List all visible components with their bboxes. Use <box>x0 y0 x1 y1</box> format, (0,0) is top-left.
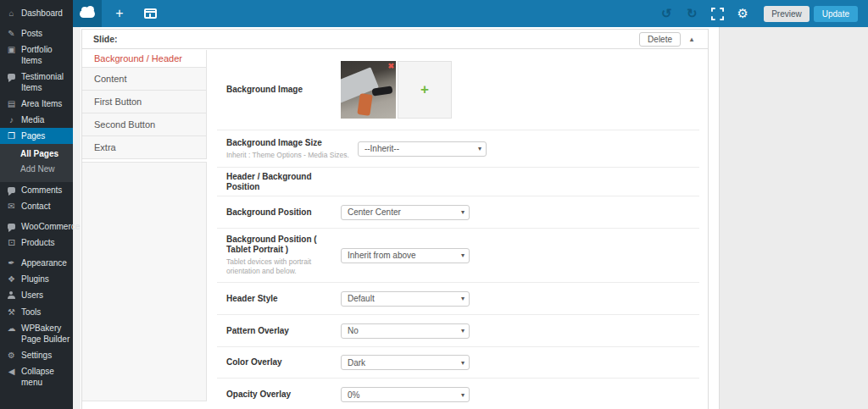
sidebar-item-area-items[interactable]: ▤ Area Items <box>0 96 73 112</box>
sidebar-item-label: Appearance <box>21 257 71 268</box>
gear-icon[interactable]: ⚙ <box>730 6 755 21</box>
tab-content[interactable]: Content <box>82 68 207 91</box>
field-background-position-tablet: Background Position ( Tablet Portrait ) … <box>217 229 699 283</box>
background-position-select[interactable]: Center Center ▾ <box>341 205 470 220</box>
tab-background-header[interactable]: Background / Header <box>82 50 207 68</box>
field-label-block: Color Overlay <box>226 357 341 368</box>
sidebar-item-settings[interactable]: ⚙ Settings <box>0 347 73 363</box>
field-color-overlay: Color Overlay Dark ▾ <box>217 347 699 379</box>
sidebar-item-media[interactable]: ♪ Media <box>0 112 73 128</box>
add-image-box[interactable]: + <box>398 61 452 119</box>
sidebar-item-users[interactable]: Users <box>0 287 73 304</box>
field-label-block: Header / Background Position <box>226 172 341 192</box>
background-position-tablet-select[interactable]: Inherit from above ▾ <box>341 248 470 263</box>
sidebar-item-label: Dashboard <box>21 8 71 19</box>
sidebar-item-label: Posts <box>21 28 71 39</box>
remove-image-icon[interactable]: ✖ <box>387 62 394 70</box>
sidebar-item-pages[interactable]: ❐ Pages <box>0 128 73 144</box>
sidebar-item-appearance[interactable]: ✒ Appearance <box>0 255 73 271</box>
dashboard-icon: ⌂ <box>6 8 17 19</box>
sidebar-item-collapse-menu[interactable]: ◀ Collapse menu <box>0 363 73 390</box>
chevron-down-icon: ▾ <box>461 208 465 216</box>
opacity-overlay-select[interactable]: 0% ▾ <box>341 387 470 402</box>
submenu-item-add-new[interactable]: Add New <box>0 162 73 177</box>
sidebar-item-comments[interactable]: Comments <box>0 182 73 198</box>
sidebar-item-products[interactable]: ⚀ Products <box>0 235 73 251</box>
media-icon: ♪ <box>6 114 17 125</box>
undo-icon[interactable]: ↺ <box>654 6 679 21</box>
sidebar-item-tools[interactable]: ⚒ Tools <box>0 304 73 320</box>
chevron-down-icon: ▾ <box>478 145 481 152</box>
chevron-down-icon: ▾ <box>461 327 465 334</box>
tab-first-button[interactable]: First Button <box>82 91 207 113</box>
templates-button[interactable] <box>144 8 157 19</box>
sidebar-item-contact[interactable]: ✉ Contact <box>0 198 73 214</box>
submenu-item-all-pages[interactable]: All Pages <box>0 146 73 162</box>
header-style-select[interactable]: Default ▾ <box>341 291 470 307</box>
add-image-plus-icon: + <box>420 81 429 98</box>
preview-button[interactable]: Preview <box>764 6 810 22</box>
field-label: Header Style <box>226 294 332 304</box>
tab-extra[interactable]: Extra <box>82 136 207 159</box>
field-label-block: Background Position <box>226 207 341 218</box>
sidebar-item-testimonial-items[interactable]: Testimonial Items <box>0 69 73 96</box>
select-value: Default <box>348 294 375 303</box>
slide-panel-body: Background / Header Content First Button… <box>82 50 708 409</box>
section-heading: Header / Background Position <box>226 172 332 192</box>
editor-workspace: Slide: Delete ▴ Background / Header Cont… <box>73 27 868 409</box>
sidebar-item-woocommerce[interactable]: WooCommerce <box>0 218 73 235</box>
collapse-panel-icon[interactable]: ▴ <box>681 35 703 43</box>
pattern-overlay-select[interactable]: No ▾ <box>341 323 470 339</box>
tab-second-button[interactable]: Second Button <box>82 113 207 136</box>
section-heading-row: Header / Background Position <box>217 168 699 196</box>
sidebar-item-portfolio-items[interactable]: ▣ Portfolio Items <box>0 41 73 69</box>
sidebar-item-label: Tools <box>21 307 71 318</box>
field-background-image-size: Background Image Size Inherit : Theme Op… <box>217 130 699 168</box>
plus-icon: + <box>115 6 123 20</box>
cloud-icon: ☁ <box>6 323 17 334</box>
sidebar-item-label: Plugins <box>21 274 71 285</box>
delete-slide-button[interactable]: Delete <box>639 32 681 47</box>
settings-tabs: Background / Header Content First Button… <box>82 50 207 409</box>
update-button[interactable]: Update <box>814 6 858 22</box>
plug-icon: ❖ <box>6 274 17 285</box>
sidebar-item-label: Contact <box>21 201 71 212</box>
chevron-down-icon: ▾ <box>461 295 465 302</box>
pushpin-icon: ✎ <box>6 28 17 39</box>
portfolio-icon: ▣ <box>6 44 17 55</box>
field-label: Pattern Overlay <box>226 326 332 336</box>
sidebar-item-label: Settings <box>21 350 71 361</box>
sidebar-item-wpbakery[interactable]: ☁ WPBakery Page Builder <box>0 320 73 347</box>
sidebar-item-label: Users <box>21 290 71 301</box>
fullscreen-icon[interactable] <box>704 8 730 20</box>
field-help-text: Tablet devices with portrait orientation… <box>226 257 332 276</box>
select-value: --Inherit-- <box>364 144 399 153</box>
sidebar-item-label: Products <box>21 237 71 248</box>
sidebar-item-plugins[interactable]: ❖ Plugins <box>0 271 73 287</box>
field-pattern-overlay: Pattern Overlay No ▾ <box>217 315 699 347</box>
background-image-size-select[interactable]: --Inherit-- ▾ <box>358 141 487 157</box>
add-element-button[interactable]: + <box>107 0 132 27</box>
thumbnail-sunglasses-shape <box>371 86 392 96</box>
field-label: Background Image <box>226 85 332 95</box>
field-label-block: Background Position ( Tablet Portrait ) … <box>226 235 341 276</box>
sidebar-item-posts[interactable]: ✎ Posts <box>0 25 73 41</box>
sidebar-item-dashboard[interactable]: ⌂ Dashboard <box>0 5 73 21</box>
color-overlay-select[interactable]: Dark ▾ <box>341 355 470 370</box>
field-label: Background Position ( Tablet Portrait ) <box>226 235 332 255</box>
select-value: No <box>348 326 359 335</box>
field-label-block: Header Style <box>226 294 341 304</box>
panel-title: Slide: <box>93 34 118 44</box>
field-background-image: Background Image ✖ + <box>217 50 699 130</box>
settings-form: Background Image ✖ + <box>207 50 708 409</box>
select-value: Dark <box>348 358 365 368</box>
field-opacity-overlay: Opacity Overlay 0% ▾ <box>217 379 699 409</box>
chevron-down-icon: ▾ <box>461 391 465 399</box>
wpbakery-logo-button[interactable] <box>73 0 102 27</box>
sidebar-item-label: Media <box>21 114 71 125</box>
sidebar-item-label: Area Items <box>21 98 71 109</box>
background-image-thumbnail[interactable]: ✖ <box>341 61 396 119</box>
redo-icon[interactable]: ↻ <box>679 6 704 21</box>
sidebar-item-label: Portfolio Items <box>21 44 71 66</box>
field-header-style: Header Style Default ▾ <box>217 283 699 315</box>
